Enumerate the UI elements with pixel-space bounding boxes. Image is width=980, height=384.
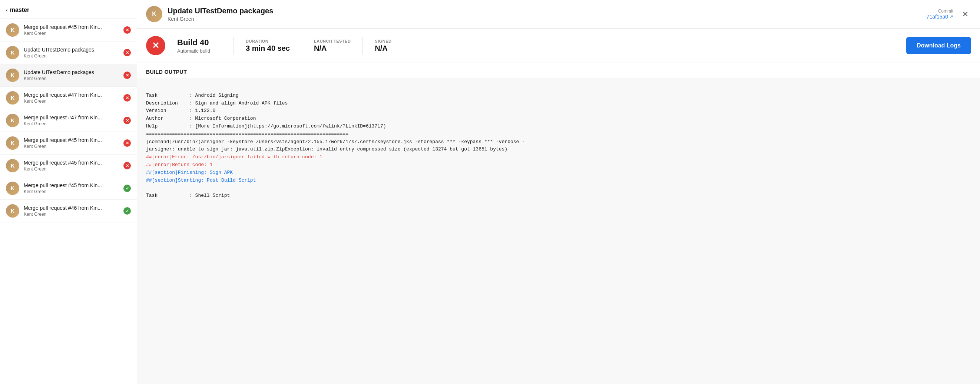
detail-header-right: Commit 71af15a0 ↗ ✕ xyxy=(927,8,971,20)
signed-stat: SIGNED N/A xyxy=(375,39,391,53)
log-line: ##[error]Return code: 1 xyxy=(146,161,971,169)
sidebar-item-title: Merge pull request #47 from Kin... xyxy=(24,115,121,121)
launch-tested-label: LAUNCH TESTED xyxy=(314,39,351,43)
detail-header: K Update UITestDemo packages Kent Green … xyxy=(137,0,980,29)
sidebar-item-title: Merge pull request #45 from Kin... xyxy=(24,160,121,166)
log-line: Author : Microsoft Corporation xyxy=(146,115,971,123)
status-badge: ✓ xyxy=(123,207,131,215)
duration-stat: DURATION 3 min 40 sec xyxy=(246,39,290,53)
sidebar-item[interactable]: KMerge pull request #46 from Kin...Kent … xyxy=(0,200,137,222)
chevron-left-icon: ‹ xyxy=(6,7,8,13)
divider-1 xyxy=(234,37,234,54)
log-line: ========================================… xyxy=(146,84,971,92)
sidebar-item[interactable]: KMerge pull request #47 from Kin...Kent … xyxy=(0,109,137,132)
build-output-header: BUILD OUTPUT xyxy=(137,63,980,78)
sidebar-item[interactable]: KMerge pull request #45 from Kin...Kent … xyxy=(0,177,137,200)
sidebar-item-content: Merge pull request #47 from Kin...Kent G… xyxy=(24,92,121,104)
launch-tested-value: N/A xyxy=(314,44,351,53)
status-badge: ✕ xyxy=(123,26,131,34)
branch-name: master xyxy=(10,7,29,13)
commit-hash-value: 71af15a0 xyxy=(927,14,948,20)
sidebar-item-subtitle: Kent Green xyxy=(24,144,121,149)
avatar: K xyxy=(6,91,19,105)
duration-value: 3 min 40 sec xyxy=(246,44,290,53)
external-link-icon: ↗ xyxy=(950,14,953,19)
build-number: Build 40 xyxy=(177,38,222,48)
commit-label: Commit xyxy=(927,8,953,14)
back-button[interactable]: ‹ master xyxy=(6,7,29,13)
sidebar-item-subtitle: Kent Green xyxy=(24,166,121,172)
sidebar-item-content: Update UITestDemo packagesKent Green xyxy=(24,69,121,81)
avatar: K xyxy=(6,204,19,218)
commit-info: Commit 71af15a0 ↗ xyxy=(927,8,953,20)
sidebar-item-subtitle: Kent Green xyxy=(24,212,121,217)
status-badge: ✓ xyxy=(123,185,131,192)
build-error-icon: ✕ xyxy=(152,40,159,51)
sidebar-item[interactable]: KUpdate UITestDemo packagesKent Green✕ xyxy=(0,41,137,64)
log-line: ##[section]Finishing: Sign APK xyxy=(146,169,971,177)
sidebar-item-title: Merge pull request #47 from Kin... xyxy=(24,92,121,98)
sidebar-item[interactable]: KMerge pull request #45 from Kin...Kent … xyxy=(0,155,137,177)
sidebar-item-content: Merge pull request #47 from Kin...Kent G… xyxy=(24,115,121,126)
sidebar: ‹ master KMerge pull request #45 from Ki… xyxy=(0,0,137,384)
build-type: Automatic build xyxy=(177,48,222,54)
sidebar-item[interactable]: KMerge pull request #45 from Kin...Kent … xyxy=(0,19,137,41)
sidebar-item-title: Merge pull request #45 from Kin... xyxy=(24,182,121,188)
sidebar-item-content: Update UITestDemo packagesKent Green xyxy=(24,47,121,59)
sidebar-item-content: Merge pull request #45 from Kin...Kent G… xyxy=(24,24,121,36)
sidebar-item-content: Merge pull request #46 from Kin...Kent G… xyxy=(24,205,121,217)
log-line: jarsigner: unable to sign jar: java.util… xyxy=(146,146,971,153)
sidebar-item-title: Merge pull request #45 from Kin... xyxy=(24,24,121,30)
launch-tested-stat: LAUNCH TESTED N/A xyxy=(314,39,351,53)
build-output-section: BUILD OUTPUT ===========================… xyxy=(137,63,980,384)
avatar: K xyxy=(6,69,19,82)
build-info-bar: ✕ Build 40 Automatic build DURATION 3 mi… xyxy=(137,29,980,63)
sidebar-item-subtitle: Kent Green xyxy=(24,121,121,126)
status-badge: ✕ xyxy=(123,94,131,102)
avatar: K xyxy=(6,136,19,150)
duration-label: DURATION xyxy=(246,39,290,43)
sidebar-item-title: Update UITestDemo packages xyxy=(24,47,121,53)
divider-2 xyxy=(302,37,302,54)
log-line: Task : Shell Script xyxy=(146,192,971,200)
status-badge: ✕ xyxy=(123,72,131,79)
log-line: ========================================… xyxy=(146,184,971,192)
sidebar-list: KMerge pull request #45 from Kin...Kent … xyxy=(0,19,137,384)
sidebar-item[interactable]: KMerge pull request #47 from Kin...Kent … xyxy=(0,87,137,109)
detail-author: Kent Green xyxy=(167,16,927,22)
signed-value: N/A xyxy=(375,44,391,53)
status-badge: ✕ xyxy=(123,49,131,56)
main-panel: K Update UITestDemo packages Kent Green … xyxy=(137,0,980,384)
avatar: K xyxy=(6,114,19,127)
sidebar-item-title: Merge pull request #46 from Kin... xyxy=(24,205,121,211)
log-line: Description : Sign and align Android APK… xyxy=(146,100,971,107)
log-line: Task : Android Signing xyxy=(146,92,971,100)
commit-hash[interactable]: 71af15a0 ↗ xyxy=(927,14,953,20)
sidebar-item[interactable]: KUpdate UITestDemo packagesKent Green✕ xyxy=(0,64,137,87)
log-line: ##[error]Error: /usr/bin/jarsigner faile… xyxy=(146,153,971,161)
detail-title: Update UITestDemo packages xyxy=(167,7,927,15)
close-button[interactable]: ✕ xyxy=(959,8,971,20)
status-badge: ✕ xyxy=(123,117,131,124)
sidebar-item-content: Merge pull request #45 from Kin...Kent G… xyxy=(24,160,121,172)
divider-3 xyxy=(363,37,363,54)
log-line: Version : 1.122.0 xyxy=(146,107,971,115)
download-logs-button[interactable]: Download Logs xyxy=(906,37,971,54)
signed-label: SIGNED xyxy=(375,39,391,43)
avatar: K xyxy=(6,182,19,195)
status-badge: ✕ xyxy=(123,139,131,147)
log-line: Help : [More Information](https://go.mic… xyxy=(146,123,971,131)
sidebar-item-subtitle: Kent Green xyxy=(24,76,121,81)
avatar: K xyxy=(6,46,19,59)
build-name-block: Build 40 Automatic build xyxy=(177,38,222,54)
build-output-content: ========================================… xyxy=(137,78,980,206)
sidebar-item-title: Update UITestDemo packages xyxy=(24,69,121,75)
sidebar-item-subtitle: Kent Green xyxy=(24,189,121,194)
sidebar-item[interactable]: KMerge pull request #45 from Kin...Kent … xyxy=(0,132,137,155)
build-status-icon: ✕ xyxy=(146,36,165,55)
avatar: K xyxy=(6,23,19,37)
avatar: K xyxy=(146,6,162,22)
sidebar-item-content: Merge pull request #45 from Kin...Kent G… xyxy=(24,182,121,194)
sidebar-header[interactable]: ‹ master xyxy=(0,0,137,19)
avatar: K xyxy=(6,159,19,172)
